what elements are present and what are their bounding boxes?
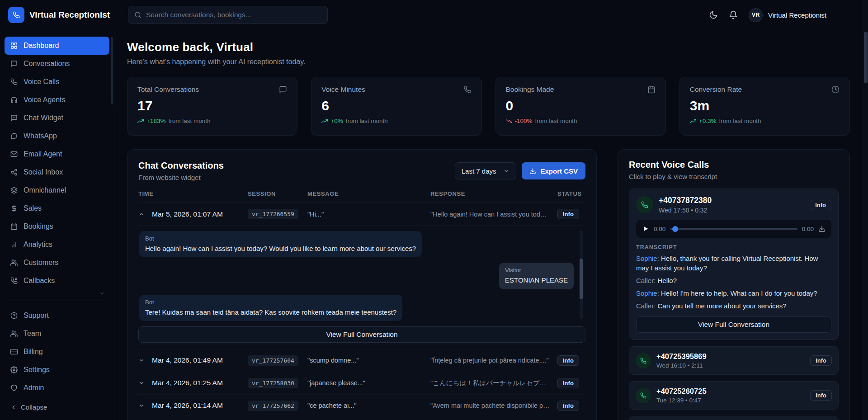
table-row[interactable]: Mar 4, 2026, 01:49 AM vr_177257604 "scum… bbox=[138, 349, 585, 372]
stat-card-conversion-rate: Conversion Rate 3m +0.3%from last month bbox=[679, 77, 850, 136]
search-icon bbox=[134, 11, 142, 19]
trend-up-icon bbox=[690, 118, 696, 124]
table-row[interactable]: Mar 4, 2026, 01:25 AM vr_177258030 "japa… bbox=[138, 372, 585, 395]
chevron-down-icon[interactable] bbox=[138, 402, 145, 409]
speaker-label: Sophie: bbox=[636, 289, 659, 297]
sidebar-item-voice-agents[interactable]: Voice Agents bbox=[5, 91, 109, 109]
sidebar: Dashboard Conversations Voice Calls Voic… bbox=[0, 30, 114, 420]
status-badge[interactable]: Info bbox=[557, 209, 579, 219]
voice-panel-title: Recent Voice Calls bbox=[629, 160, 839, 170]
search-bar[interactable] bbox=[128, 6, 328, 24]
row-time: Mar 4, 2026, 01:14 AM bbox=[152, 401, 248, 410]
whatsapp-icon bbox=[10, 132, 18, 140]
stat-card-total-conversations: Total Conversations 17 +183%from last mo… bbox=[127, 77, 297, 136]
call-number: +40725260725 bbox=[656, 387, 707, 396]
page-scrollbar[interactable] bbox=[863, 0, 868, 420]
notifications-icon[interactable] bbox=[729, 10, 738, 19]
sidebar-item-whatsapp[interactable]: WhatsApp bbox=[5, 127, 109, 145]
avatar[interactable]: VR bbox=[749, 8, 763, 22]
stat-value: 3m bbox=[690, 98, 840, 113]
sidebar-item-team[interactable]: Team bbox=[5, 325, 109, 343]
info-badge[interactable]: Info bbox=[810, 355, 832, 366]
sidebar-item-callbacks[interactable]: Callbacks bbox=[5, 272, 109, 290]
table-header: TIME SESSION MESSAGE RESPONSE STATUS bbox=[138, 190, 585, 203]
users-icon bbox=[10, 259, 18, 266]
sidebar-item-label: Bookings bbox=[24, 222, 53, 231]
chevron-up-icon[interactable] bbox=[138, 211, 145, 217]
voice-call-card[interactable]: +40737872380 Wed 17:50 • 0:32 Info 0:00 … bbox=[629, 189, 839, 340]
sidebar-item-analytics[interactable]: Analytics bbox=[5, 236, 109, 254]
stat-delta-suffix: from last month bbox=[719, 118, 761, 124]
conversation-scrollbar[interactable] bbox=[580, 230, 583, 319]
transcript-label: TRANSCRIPT bbox=[636, 244, 831, 250]
chevron-down-icon[interactable] bbox=[138, 357, 145, 363]
stat-label: Bookings Made bbox=[506, 85, 554, 94]
status-badge[interactable]: Info bbox=[557, 355, 579, 366]
sidebar-item-label: Email Agent bbox=[24, 150, 62, 158]
voice-call-row[interactable] bbox=[629, 416, 839, 420]
download-icon[interactable] bbox=[818, 225, 826, 232]
sidebar-item-sales[interactable]: Sales bbox=[5, 199, 109, 217]
chevron-down-icon[interactable] bbox=[138, 380, 145, 386]
shield-icon bbox=[10, 384, 18, 392]
voice-call-row[interactable]: +40725260725 Tue 12:39 • 0:47 Info bbox=[629, 381, 839, 410]
sidebar-item-social-inbox[interactable]: Social Inbox bbox=[5, 163, 109, 181]
date-range-select[interactable]: Last 7 days bbox=[455, 162, 517, 179]
brand: Virtual Receptionist bbox=[0, 7, 114, 23]
phone-icon bbox=[641, 201, 648, 208]
table-row[interactable] bbox=[138, 417, 585, 420]
sidebar-item-conversations[interactable]: Conversations bbox=[5, 55, 109, 73]
sidebar-item-customers[interactable]: Customers bbox=[5, 254, 109, 272]
stat-delta: +0% bbox=[330, 118, 343, 124]
sidebar-item-label: Conversations bbox=[24, 60, 70, 68]
sidebar-item-voice-calls[interactable]: Voice Calls bbox=[5, 73, 109, 91]
message-text: Hello again! How can I assist you today?… bbox=[145, 244, 416, 253]
sidebar-item-label: Support bbox=[24, 311, 49, 320]
table-row[interactable]: Mar 4, 2026, 01:14 AM vr_177257662 "ce p… bbox=[138, 395, 585, 417]
phone-icon bbox=[10, 78, 18, 85]
voice-panel-subtitle: Click to play & view transcript bbox=[629, 173, 839, 180]
sidebar-item-bookings[interactable]: Bookings bbox=[5, 217, 109, 236]
theme-toggle-icon[interactable] bbox=[709, 10, 718, 19]
sidebar-divider bbox=[6, 301, 108, 301]
dashboard-icon bbox=[10, 42, 18, 49]
info-badge[interactable]: Info bbox=[810, 390, 832, 401]
export-csv-button[interactable]: Export CSV bbox=[522, 162, 585, 179]
chevron-down-icon bbox=[503, 168, 509, 174]
sidebar-item-chat-widget[interactable]: Chat Widget bbox=[5, 109, 109, 127]
seek-slider[interactable] bbox=[670, 226, 797, 232]
sidebar-item-omnichannel[interactable]: Omnichannel bbox=[5, 181, 109, 199]
search-input[interactable] bbox=[146, 11, 321, 19]
table-row[interactable]: Mar 5, 2026, 01:07 AM vr_177266559 "Hi..… bbox=[138, 203, 585, 226]
sidebar-item-admin[interactable]: Admin bbox=[5, 379, 109, 397]
sidebar-item-dashboard[interactable]: Dashboard bbox=[5, 37, 109, 55]
sidebar-item-support[interactable]: Support bbox=[5, 307, 109, 325]
sidebar-item-settings[interactable]: Settings bbox=[5, 361, 109, 379]
trend-up-icon bbox=[321, 118, 328, 124]
view-full-conversation-button[interactable]: View Full Conversation bbox=[138, 326, 585, 343]
speaker-label: Caller: bbox=[636, 277, 656, 284]
play-button[interactable] bbox=[642, 225, 649, 232]
stat-value: 0 bbox=[506, 98, 656, 113]
status-badge[interactable]: Info bbox=[557, 401, 579, 411]
sender-label: Bot bbox=[145, 235, 416, 242]
phone-icon bbox=[463, 85, 472, 94]
info-badge[interactable]: Info bbox=[810, 200, 831, 210]
sidebar-item-email-agent[interactable]: Email Agent bbox=[5, 145, 109, 163]
status-badge[interactable]: Info bbox=[557, 378, 579, 388]
sidebar-item-label: Chat Widget bbox=[24, 114, 63, 122]
sender-label: Bot bbox=[145, 299, 396, 306]
user-name: Virtual Receptionist bbox=[768, 11, 826, 19]
sidebar-item-label: Omnichannel bbox=[24, 186, 66, 194]
view-full-conversation-button[interactable]: View Full Conversation bbox=[636, 316, 831, 333]
collapse-button[interactable]: Collapse bbox=[5, 401, 109, 414]
trend-down-icon bbox=[506, 118, 512, 124]
scrollbar-thumb[interactable] bbox=[580, 259, 583, 300]
scrollbar-thumb[interactable] bbox=[864, 32, 868, 83]
row-response: "こんにちは！私はバーチャルレセプショ..." bbox=[430, 379, 557, 387]
voice-call-row[interactable]: +40725395869 Wed 16:10 • 2:11 Info bbox=[629, 346, 839, 375]
slider-thumb[interactable] bbox=[672, 226, 678, 232]
sidebar-item-billing[interactable]: Billing bbox=[5, 343, 109, 361]
stat-label: Voice Minutes bbox=[321, 85, 365, 94]
chat-icon bbox=[10, 60, 18, 67]
